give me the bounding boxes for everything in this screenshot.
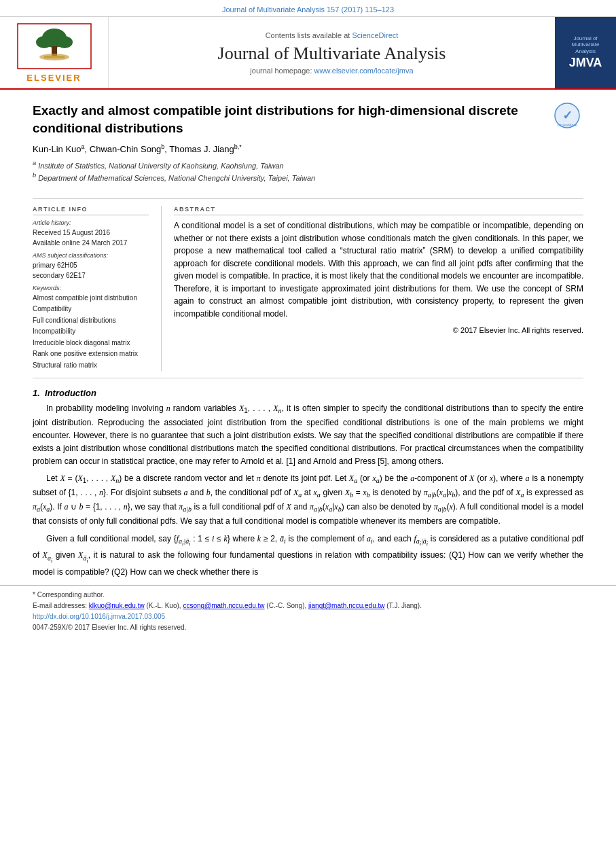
keywords-label: Keywords:	[33, 285, 149, 291]
divider-after-abstract	[33, 378, 583, 378]
affiliation-a: a Institute of Statistics, National Univ…	[33, 159, 543, 171]
svg-text:CrossMark: CrossMark	[557, 123, 577, 127]
authors-line: Kun-Lin Kuoa, Chwan-Chin Songb, Thomas J…	[33, 143, 543, 154]
affiliations: a Institute of Statistics, National Univ…	[33, 159, 543, 183]
svg-point-3	[56, 36, 73, 48]
article-info-column: ARTICLE INFO Article history: Received 1…	[33, 206, 162, 372]
article-content: Exactly and almost compatible joint dist…	[0, 90, 616, 578]
article-title-text: Exactly and almost compatible joint dist…	[33, 102, 543, 192]
elsevier-wordmark: ELSEVIER	[26, 73, 81, 83]
footnote-corresponding-author: * Corresponding author.	[33, 590, 583, 601]
journal-homepage: journal homepage: www.elsevier.com/locat…	[250, 67, 413, 75]
ams-primary: primary 62H05	[33, 260, 149, 270]
abstract-text: A conditional model is a set of conditio…	[174, 219, 583, 321]
elsevier-logo-icon	[17, 22, 92, 70]
author-song: Chwan-Chin Song	[90, 145, 162, 155]
keyword-1: Almost compatible joint distribution	[33, 293, 149, 304]
svg-point-2	[36, 36, 52, 48]
keyword-3: Full conditional distributions	[33, 315, 149, 327]
footnote-star-label: * Corresponding author.	[33, 591, 105, 598]
issn-line: 0047-259X/© 2017 Elsevier Inc. All right…	[33, 622, 583, 633]
article-title-section: Exactly and almost compatible joint dist…	[33, 102, 583, 192]
article-info-heading: ARTICLE INFO	[33, 206, 149, 215]
affil-sup-a-kuo: a	[81, 143, 85, 150]
keywords-list: Almost compatible joint distribution Com…	[33, 293, 149, 372]
copyright-line: © 2017 Elsevier Inc. All rights reserved…	[174, 326, 583, 334]
ams-secondary: secondary 62E17	[33, 270, 149, 281]
journal-header: ELSEVIER Contents lists available at Sci…	[0, 17, 616, 90]
journal-homepage-link[interactable]: www.elsevier.com/locate/jmva	[314, 67, 414, 75]
journal-top-bar: Journal of Multivariate Analysis 157 (20…	[0, 0, 616, 17]
keyword-7: Structural ratio matrix	[33, 360, 149, 372]
keyword-4: Incompatibility	[33, 326, 149, 338]
received-date: Received 15 August 2016	[33, 228, 149, 238]
divider-after-affiliations	[33, 198, 583, 199]
author-jiang: Thomas J. Jiang	[169, 145, 234, 155]
badge-abbreviation: JMVA	[569, 56, 602, 70]
footer: * Corresponding author. E-mail addresses…	[0, 585, 616, 639]
article-info-abstract-section: ARTICLE INFO Article history: Received 1…	[33, 206, 583, 372]
crossmark: ✓ CrossMark	[551, 102, 583, 129]
ams-label: AMS subject classifications:	[33, 252, 149, 259]
keyword-6: Rank one positive extension matrix	[33, 348, 149, 360]
intro-paragraph-2: Let X = (X1, . . . , Xn) be a discrete r…	[33, 472, 583, 528]
svg-rect-6	[44, 56, 65, 58]
affiliation-b: b Department of Mathematical Sciences, N…	[33, 171, 543, 183]
sciencedirect-label: Contents lists available at ScienceDirec…	[266, 31, 399, 39]
article-history-label: Article history:	[33, 219, 149, 226]
email-kuo[interactable]: klkuo@nuk.edu.tw	[89, 602, 145, 609]
elsevier-logo-section: ELSEVIER	[0, 17, 109, 88]
abstract-column: ABSTRACT A conditional model is a set of…	[162, 206, 583, 372]
journal-title: Journal of Multivariate Analysis	[218, 43, 446, 64]
jmva-badge: Journal ofMultivariateAnalysis JMVA	[555, 17, 616, 88]
article-title: Exactly and almost compatible joint dist…	[33, 102, 543, 137]
keyword-5: Irreducible block diagonal matrix	[33, 338, 149, 349]
affil-sup-b-jiang: b,*	[234, 143, 242, 150]
section-1-heading: 1. Introduction	[33, 388, 583, 398]
doi-line: http://dx.doi.org/10.1016/j.jmva.2017.03…	[33, 611, 583, 622]
journal-citation: Journal of Multivariate Analysis 157 (20…	[222, 5, 394, 14]
affil-sup-b-song: b	[161, 143, 164, 150]
sciencedirect-link[interactable]: ScienceDirect	[352, 31, 398, 39]
intro-paragraph-1: In probability modeling involving n rand…	[33, 402, 583, 467]
page: Journal of Multivariate Analysis 157 (20…	[0, 0, 616, 841]
intro-paragraph-3: Given a full conditional model, say {fai…	[33, 533, 583, 578]
email-jiang[interactable]: jiangt@math.nccu.edu.tw	[308, 602, 384, 609]
footnote-emails-line: E-mail addresses: klkuo@nuk.edu.tw (K.-L…	[33, 601, 583, 611]
doi-link[interactable]: http://dx.doi.org/10.1016/j.jmva.2017.03…	[33, 613, 165, 620]
keyword-2: Compatibility	[33, 304, 149, 315]
abstract-heading: ABSTRACT	[174, 206, 583, 215]
journal-header-center: Contents lists available at ScienceDirec…	[109, 17, 555, 88]
crossmark-icon: ✓ CrossMark	[554, 102, 581, 129]
email-label: E-mail addresses:	[33, 602, 87, 609]
author-kuo: Kun-Lin Kuo	[33, 145, 81, 155]
badge-journal-name: Journal ofMultivariateAnalysis	[572, 35, 600, 55]
email-song[interactable]: ccsong@math.nccu.edu.tw	[183, 602, 264, 609]
available-online-date: Available online 24 March 2017	[33, 238, 149, 248]
svg-text:✓: ✓	[562, 109, 573, 122]
